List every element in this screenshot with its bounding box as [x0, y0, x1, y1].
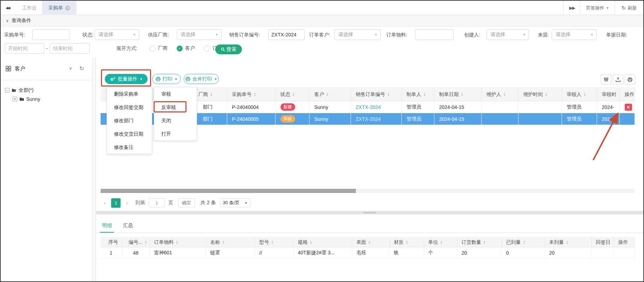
- tab-purchase-order[interactable]: 采购单 ×: [42, 1, 76, 15]
- tab-summary[interactable]: 汇总: [121, 218, 135, 233]
- page-number-button[interactable]: 1: [111, 198, 121, 208]
- sort-icon[interactable]: ▲▼: [423, 92, 426, 97]
- tree-item-all[interactable]: - 全部(*): [1, 86, 93, 95]
- tree-item-sunny[interactable]: + Sunny: [1, 95, 93, 103]
- merge-print-button[interactable]: 合并打印 ▼: [184, 74, 219, 84]
- column-header[interactable]: 规格▲▼: [293, 238, 352, 247]
- goto-page-input[interactable]: [149, 198, 165, 207]
- radio-客户[interactable]: ✓客户: [177, 45, 195, 51]
- column-header[interactable]: 材质▲▼: [389, 238, 424, 247]
- batch-operations-button[interactable]: 批量操作 ▼: [105, 74, 148, 84]
- sort-icon[interactable]: ▲▼: [271, 240, 274, 245]
- column-header[interactable]: 名称▲▼: [206, 238, 255, 247]
- sort-icon[interactable]: ▲▼: [406, 240, 408, 245]
- menu-item-修改交货日期[interactable]: 修改交货日期: [107, 127, 152, 140]
- menu-item-打开[interactable]: 打开: [154, 127, 197, 140]
- query-section-header[interactable]: ∨ 查询条件: [1, 15, 643, 27]
- tab-operations-button[interactable]: 页签操作 ▼: [580, 1, 615, 15]
- sale-order-link[interactable]: ZXTX-2024: [356, 116, 381, 122]
- sort-icon[interactable]: ▲▼: [310, 240, 312, 245]
- sort-icon[interactable]: ▲▼: [503, 92, 506, 97]
- radio-厂商[interactable]: 厂商: [149, 45, 168, 51]
- column-header[interactable]: 制单人▲▼: [401, 88, 434, 101]
- column-header[interactable]: 销售订单编号▲▼: [351, 88, 401, 101]
- sale-order-link[interactable]: ZXTX-2024: [356, 104, 381, 110]
- sort-icon[interactable]: ▲▼: [566, 240, 569, 245]
- search-button[interactable]: 搜索: [215, 44, 242, 54]
- next-page-button[interactable]: ›: [123, 199, 131, 207]
- tab-detail[interactable]: 明细: [100, 218, 114, 233]
- delete-row-button[interactable]: ×: [625, 104, 632, 111]
- sidebar-splitter[interactable]: [93, 58, 96, 281]
- page-size-select[interactable]: 30 条/页 ▼: [220, 198, 250, 207]
- sort-icon[interactable]: ▲▼: [483, 240, 486, 245]
- column-header[interactable]: 制单日期▲▼: [434, 88, 481, 101]
- sort-icon[interactable]: ▲▼: [461, 92, 463, 97]
- creator-select[interactable]: 请选择▼: [487, 29, 529, 40]
- sort-icon[interactable]: ▲▼: [368, 240, 371, 245]
- column-header[interactable]: 客户▲▼: [309, 88, 351, 101]
- source-select[interactable]: 请选择▼: [552, 29, 597, 40]
- column-header[interactable]: 订货数量▲▼: [457, 238, 502, 247]
- menu-item-修改备注[interactable]: 修改备注: [107, 140, 152, 154]
- sort-icon[interactable]: ▲▼: [210, 92, 213, 97]
- po-no-input[interactable]: [32, 29, 70, 40]
- sort-icon[interactable]: ▲▼: [387, 92, 390, 97]
- close-tab-icon[interactable]: ×: [65, 6, 70, 11]
- menu-item-修改回签交期[interactable]: 修改回签交期: [107, 101, 152, 114]
- sort-icon[interactable]: ▲▼: [326, 92, 329, 97]
- sort-icon[interactable]: ▲▼: [523, 240, 526, 245]
- column-header[interactable]: 编号...▲▼: [122, 238, 150, 247]
- menu-item-审核[interactable]: 审核: [154, 87, 197, 101]
- sort-icon[interactable]: ▲▼: [440, 240, 443, 245]
- panel-splitter[interactable]: [96, 211, 643, 214]
- column-header[interactable]: 型号▲▼: [255, 238, 293, 247]
- radio-checked-icon[interactable]: ✓: [177, 46, 183, 51]
- sort-icon[interactable]: ▲▼: [222, 240, 225, 245]
- column-header[interactable]: 维护时间▲▼: [518, 88, 562, 101]
- sort-icon[interactable]: ▲▼: [584, 92, 586, 97]
- supplier-select[interactable]: 请选择▼: [177, 29, 222, 40]
- order-customer-select[interactable]: 请选择▼: [334, 29, 381, 40]
- sort-icon[interactable]: ▲▼: [292, 92, 295, 97]
- chevron-down-icon[interactable]: ∨: [69, 66, 72, 71]
- column-header[interactable]: 订单物料▲▼: [150, 238, 206, 247]
- expand-tabs-icon[interactable]: ▶▶: [563, 1, 580, 15]
- column-header[interactable]: 表面▲▼: [352, 238, 389, 247]
- end-time-input[interactable]: [50, 43, 90, 54]
- sort-icon[interactable]: ▲▼: [254, 92, 256, 97]
- prev-page-button[interactable]: ‹: [101, 199, 109, 207]
- column-header[interactable]: 审核人▲▼: [562, 88, 597, 101]
- scrollbar-thumb[interactable]: [101, 189, 356, 193]
- status-select[interactable]: 请选择▼: [95, 29, 139, 40]
- order-material-input[interactable]: [415, 29, 454, 40]
- column-header[interactable]: 单位▲▼: [424, 238, 457, 247]
- sort-icon[interactable]: ▲▼: [545, 92, 548, 97]
- sale-no-input[interactable]: [268, 29, 305, 40]
- menu-item-删除采购单[interactable]: 删除采购单: [107, 87, 152, 101]
- column-settings-button[interactable]: [601, 75, 611, 84]
- export-button[interactable]: [613, 75, 623, 84]
- menu-item-关闭[interactable]: 关闭: [154, 114, 197, 127]
- column-header[interactable]: 未到量▲▼: [545, 238, 591, 247]
- column-header[interactable]: 维护人▲▼: [481, 88, 518, 101]
- refresh-icon[interactable]: ↻: [80, 65, 84, 72]
- radio-icon[interactable]: [204, 46, 210, 51]
- column-header[interactable]: 采购单号▲▼: [227, 88, 275, 101]
- collapse-tabs-icon[interactable]: ◀◀: [6, 1, 9, 15]
- print-button[interactable]: 打印 ▼: [152, 74, 181, 84]
- confirm-page-button[interactable]: 确定: [178, 198, 195, 207]
- column-header[interactable]: 已到量▲▼: [502, 238, 545, 247]
- table-row[interactable]: 148雷神601链罩//40T新捷2#罩 3...毛坯铁个20020: [101, 247, 635, 259]
- tab-workbench[interactable]: 工作台: [17, 1, 42, 15]
- sort-icon[interactable]: ▲▼: [176, 240, 178, 245]
- start-time-input[interactable]: [5, 43, 44, 54]
- menu-item-反审核[interactable]: 反审核: [154, 101, 197, 114]
- refresh-button[interactable]: ↻ 刷新: [615, 1, 643, 15]
- menu-item-修改部门[interactable]: 修改部门: [107, 114, 152, 127]
- collapse-node-icon[interactable]: -: [5, 88, 9, 92]
- print-table-button[interactable]: [625, 75, 635, 84]
- expand-node-icon[interactable]: +: [13, 97, 17, 101]
- sort-icon[interactable]: ▲▼: [144, 240, 147, 245]
- radio-icon[interactable]: [149, 46, 155, 51]
